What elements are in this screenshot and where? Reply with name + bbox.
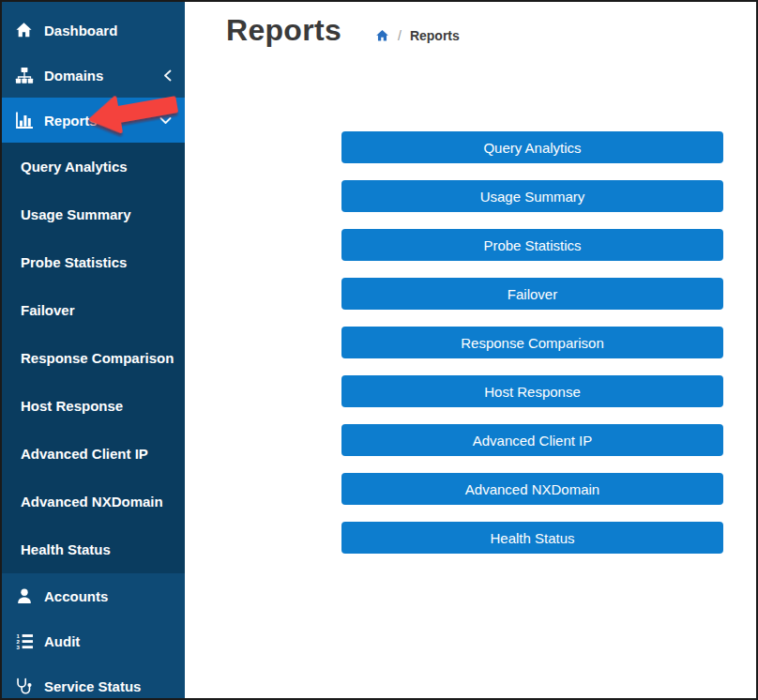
chevron-down-icon <box>159 116 172 125</box>
failover-button[interactable]: Failover <box>341 278 723 310</box>
submenu-item-advanced-client-ip[interactable]: Advanced Client IP <box>2 430 185 478</box>
submenu-item-probe-statistics[interactable]: Probe Statistics <box>2 238 185 286</box>
app-window: Dashboard Domains <box>0 0 758 700</box>
breadcrumb-current: Reports <box>410 28 460 43</box>
sidebar-item-accounts[interactable]: Accounts <box>2 573 185 618</box>
chevron-left-icon <box>163 69 172 82</box>
sidebar-item-dashboard[interactable]: Dashboard <box>2 8 185 53</box>
breadcrumb-separator: / <box>398 28 402 43</box>
main-content: Reports / Reports Query Analytics Usage … <box>185 2 756 698</box>
report-buttons: Query Analytics Usage Summary Probe Stat… <box>341 131 723 554</box>
sidebar-item-label: Audit <box>44 633 80 649</box>
svg-text:3: 3 <box>16 644 20 650</box>
advanced-client-ip-button[interactable]: Advanced Client IP <box>341 424 723 456</box>
sidebar-item-domains[interactable]: Domains <box>2 53 185 98</box>
sidebar-item-service-status[interactable]: Service Status <box>2 663 185 700</box>
response-comparison-button[interactable]: Response Comparison <box>341 327 723 358</box>
ordered-list-icon: 1 2 3 <box>14 632 34 650</box>
bar-chart-icon <box>14 111 34 129</box>
sitemap-icon <box>14 66 34 84</box>
stethoscope-icon <box>14 677 34 695</box>
sidebar-item-label: Service Status <box>44 678 141 694</box>
submenu-item-usage-summary[interactable]: Usage Summary <box>2 190 185 238</box>
health-status-button[interactable]: Health Status <box>341 522 723 554</box>
sidebar: Dashboard Domains <box>2 2 185 698</box>
query-analytics-button[interactable]: Query Analytics <box>341 131 723 163</box>
submenu-item-host-response[interactable]: Host Response <box>2 382 185 430</box>
sidebar-item-audit[interactable]: 1 2 3 Audit <box>2 618 185 663</box>
reports-submenu: Query Analytics Usage Summary Probe Stat… <box>2 143 185 573</box>
submenu-item-response-comparison[interactable]: Response Comparison <box>2 334 185 382</box>
home-icon <box>14 21 34 39</box>
sidebar-item-label: Reports <box>44 113 98 129</box>
breadcrumb: / Reports <box>375 28 460 43</box>
breadcrumb-home-icon[interactable] <box>375 29 389 42</box>
sidebar-item-label: Domains <box>44 68 103 84</box>
page-title: Reports <box>226 13 341 48</box>
advanced-nxdomain-button[interactable]: Advanced NXDomain <box>341 473 723 505</box>
host-response-button[interactable]: Host Response <box>341 375 723 407</box>
submenu-item-query-analytics[interactable]: Query Analytics <box>2 143 185 190</box>
sidebar-item-reports[interactable]: Reports <box>2 98 185 143</box>
probe-statistics-button[interactable]: Probe Statistics <box>341 229 723 261</box>
submenu-item-failover[interactable]: Failover <box>2 286 185 334</box>
sidebar-item-label: Accounts <box>44 588 108 604</box>
submenu-item-advanced-nxdomain[interactable]: Advanced NXDomain <box>2 478 185 525</box>
page-header: Reports / Reports <box>185 2 756 48</box>
user-icon <box>14 586 34 605</box>
sidebar-item-label: Dashboard <box>44 23 117 38</box>
submenu-item-health-status[interactable]: Health Status <box>2 525 185 573</box>
usage-summary-button[interactable]: Usage Summary <box>341 180 723 212</box>
